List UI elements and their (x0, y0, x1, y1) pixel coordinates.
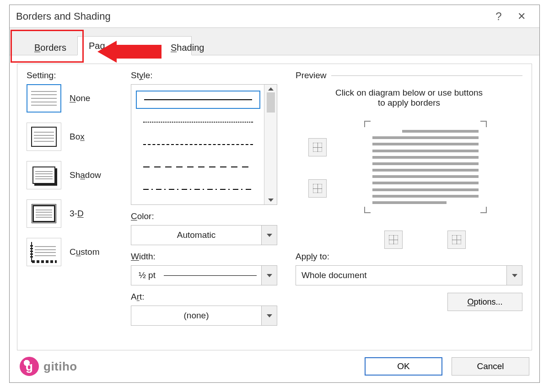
color-group: Color: Automatic (131, 211, 277, 245)
chevron-down-icon (512, 274, 517, 277)
chevron-down-icon (267, 274, 272, 277)
setting-shadow[interactable]: Shadow (27, 161, 131, 189)
ok-button[interactable]: OK (365, 357, 442, 376)
setting-custom-label: Custom (70, 247, 100, 257)
border-right-button[interactable] (447, 231, 466, 249)
tab-shading[interactable]: Shading (159, 38, 216, 57)
width-group: Width: ½ pt (131, 252, 277, 285)
style-options (136, 88, 260, 201)
setting-custom[interactable]: Custom (27, 238, 131, 266)
setting-shadow-swatch (27, 161, 61, 189)
scroll-down-icon (268, 199, 274, 202)
apply-to-label: Apply to: (296, 252, 522, 262)
apply-to-value: Whole document (296, 270, 506, 280)
border-top-button[interactable] (308, 138, 327, 156)
chevron-down-icon (267, 314, 272, 317)
branding-text: gitiho (43, 360, 77, 374)
border-left-button[interactable] (384, 231, 403, 249)
scroll-up-icon (268, 87, 274, 91)
style-option-dash-dot[interactable] (136, 180, 260, 199)
apply-to-group: Apply to: Whole document Options... (296, 252, 522, 311)
cancel-button[interactable]: Cancel (452, 357, 529, 376)
setting-box-swatch (27, 123, 61, 151)
color-dropdown[interactable]: Automatic (131, 225, 277, 245)
scroll-thumb[interactable] (267, 92, 275, 113)
style-option-solid[interactable] (136, 91, 260, 109)
preview-header: Preview (296, 70, 522, 81)
options-button[interactable]: Options... (447, 293, 522, 311)
borders-shading-dialog: Borders and Shading ? ✕ Borders Pag Shad… (9, 5, 540, 383)
setting-none[interactable]: None (27, 84, 131, 113)
corner-bl-icon (364, 207, 371, 213)
style-label: Style: (131, 70, 277, 81)
width-label: Width: (131, 252, 277, 262)
dialog-footer: g gitiho OK Cancel (10, 350, 539, 382)
setting-shadow-label: Shadow (70, 170, 101, 180)
grid-icon (389, 235, 398, 244)
preview-lines (372, 130, 479, 204)
setting-3d-label: 3-D (70, 209, 84, 219)
setting-label: Setting: (27, 70, 131, 81)
corner-br-icon (480, 207, 487, 213)
apply-to-dropdown[interactable]: Whole document (296, 265, 522, 285)
setting-custom-swatch (27, 238, 61, 266)
style-column: Style: Color: Au (131, 70, 288, 341)
border-bottom-button[interactable] (308, 179, 327, 198)
setting-box[interactable]: Box (27, 123, 131, 151)
setting-3d-swatch (27, 199, 61, 228)
setting-box-label: Box (70, 132, 85, 142)
width-sample-line (164, 275, 257, 276)
tab-borders[interactable]: Borders (22, 38, 78, 57)
tab-label: Borders (34, 43, 66, 53)
apply-to-dropdown-button[interactable] (506, 266, 522, 285)
preview-body (296, 117, 522, 250)
dialog-title: Borders and Shading (16, 11, 487, 22)
width-dropdown[interactable]: ½ pt (131, 265, 277, 285)
preview-page[interactable] (364, 121, 487, 213)
preview-hint-line1: Click on diagram below or use buttons (296, 88, 522, 98)
art-dropdown[interactable]: (none) (131, 306, 277, 326)
setting-column: Setting: None Box Shadow (27, 70, 131, 341)
branding-glyph: g (20, 357, 39, 376)
dialog-content: Setting: None Box Shadow (17, 64, 532, 350)
preview-divider (331, 75, 522, 76)
color-dropdown-button[interactable] (261, 226, 277, 245)
style-list[interactable] (131, 84, 277, 205)
color-value: Automatic (131, 230, 261, 240)
grid-icon (452, 235, 461, 244)
setting-3d[interactable]: 3-D (27, 199, 131, 228)
style-option-dashed-long[interactable] (136, 158, 260, 176)
corner-tl-icon (364, 121, 371, 127)
preview-hint: Click on diagram below or use buttons to… (296, 88, 522, 108)
art-label: Art: (131, 292, 277, 302)
setting-none-swatch (27, 84, 61, 113)
preview-hint-line2: to apply borders (296, 98, 522, 108)
close-button[interactable]: ✕ (510, 11, 533, 22)
help-button[interactable]: ? (487, 10, 510, 23)
width-value-row: ½ pt (131, 270, 261, 280)
art-value: (none) (131, 311, 261, 321)
chevron-down-icon (267, 234, 272, 237)
art-dropdown-button[interactable] (261, 306, 277, 325)
tab-label: Shading (171, 43, 204, 53)
preview-label: Preview (296, 70, 327, 81)
grid-icon (313, 143, 322, 152)
grid-icon (313, 184, 322, 193)
art-group: Art: (none) (131, 292, 277, 326)
corner-tr-icon (480, 121, 487, 127)
setting-none-label: None (70, 93, 90, 103)
tab-strip: Borders Pag Shading (10, 28, 539, 55)
width-dropdown-button[interactable] (261, 266, 277, 285)
title-bar: Borders and Shading ? ✕ (10, 5, 539, 28)
color-label: Color: (131, 211, 277, 221)
branding-logo: g gitiho (20, 357, 77, 376)
footer-buttons: OK Cancel (365, 357, 529, 376)
style-scrollbar[interactable] (264, 85, 277, 204)
style-option-dashed-short[interactable] (136, 135, 260, 154)
preview-column: Preview Click on diagram below or use bu… (288, 70, 522, 341)
annotation-arrow (97, 41, 161, 63)
width-value: ½ pt (139, 270, 156, 280)
style-option-dotted[interactable] (136, 113, 260, 131)
